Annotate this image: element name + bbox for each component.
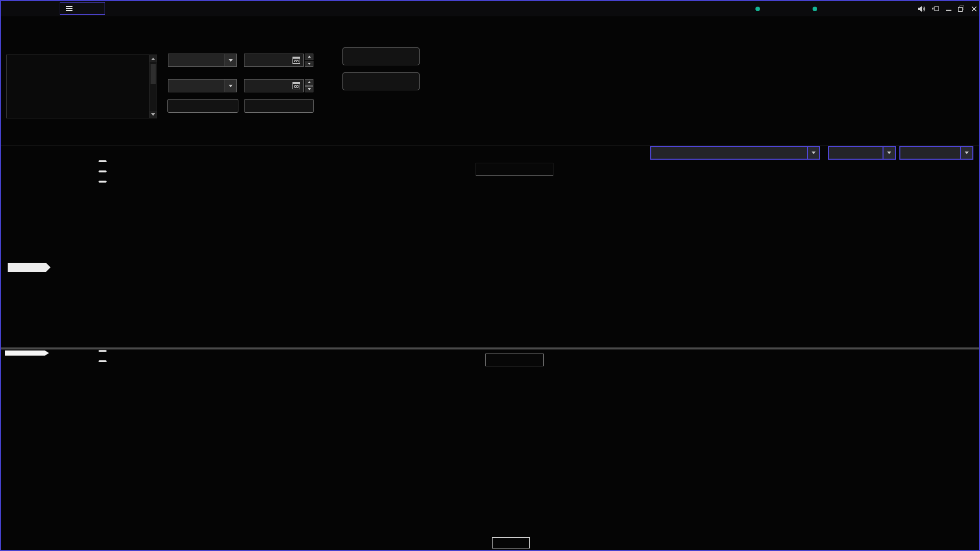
- legend-neg-avg-pnl-value: [99, 181, 107, 183]
- legend2-avg-pnl-value: [99, 350, 107, 352]
- legend-pos-avg-pnl-value: [99, 170, 107, 172]
- legend2-pos-avg-pnl-value: [99, 360, 107, 362]
- crosshair-x-value-callout: [492, 537, 530, 548]
- top-chart-title: [476, 163, 553, 176]
- bottom-chart-title: [485, 354, 544, 366]
- legend-avg-pnl-value: [99, 160, 107, 162]
- chart-h-scrollbar-thumb[interactable]: [5, 350, 49, 356]
- charts-canvas: [1, 1, 980, 551]
- crosshair-y-value-callout: [8, 263, 51, 272]
- chart-splitter[interactable]: [1, 347, 979, 349]
- app-window: [0, 0, 980, 551]
